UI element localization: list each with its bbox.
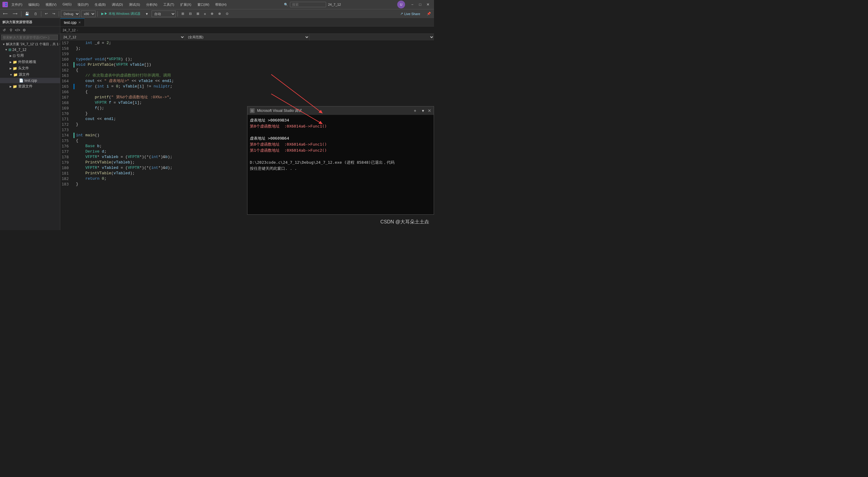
run-icon: ▶ [101, 12, 104, 16]
src-icon: 📁 [13, 73, 18, 77]
title-bar-right: U − □ ✕ [397, 1, 432, 8]
menu-build[interactable]: 生成(B) [93, 2, 107, 7]
code-line-157: 157 int _d = 2; [60, 40, 434, 46]
start-debug-btn[interactable]: ▶ ▶ 本地 Windows 调试器 [99, 10, 142, 17]
live-share-icon: ↗ [400, 12, 403, 16]
svg-marker-0 [4, 3, 5, 6]
watermark: CSDN @大耳朵土土垚 [380, 219, 429, 225]
solution-explorer-header: 解决方案资源管理器 [0, 18, 60, 27]
scope-dropdown-extra[interactable] [310, 34, 434, 40]
console-close-btn[interactable]: ✕ [428, 108, 431, 113]
console-title-label: Microsoft Visual Studio 调试 [257, 108, 302, 113]
menu-window[interactable]: 窗口(W) [196, 2, 211, 7]
svg-rect-1 [5, 3, 7, 4]
tree-item-external-deps[interactable]: ▶ 📁 外部依赖项 [0, 59, 60, 65]
tab-testcpp[interactable]: test.cpp ✕ [60, 19, 85, 26]
auto-dropdown[interactable]: 自动 [152, 10, 176, 17]
res-icon: 📁 [13, 84, 17, 89]
menu-extensions[interactable]: 扩展(X) [179, 2, 193, 7]
window-controls[interactable]: − □ ✕ [409, 1, 432, 7]
menu-file[interactable]: 文件(F) [10, 2, 24, 7]
sidebar-toolbar: ↺ ⚲ </> ⚙ [0, 27, 60, 34]
console-new-tab-btn[interactable]: + [412, 108, 418, 114]
global-search-input[interactable] [290, 2, 326, 7]
console-controls[interactable]: + ▾ ✕ [412, 108, 431, 114]
editor-area: test.cpp ✕ 24_7_12 › 24_7_12 (全局范围) 157 [60, 18, 434, 230]
toolbar-icon1[interactable]: ⊞ [180, 10, 186, 17]
main-area: 解决方案资源管理器 ↺ ⚲ </> ⚙ ▼ 解决方案 '24_7_12' (1 … [0, 18, 434, 230]
menu-project[interactable]: 项目(P) [76, 2, 90, 7]
close-button[interactable]: ✕ [424, 1, 432, 7]
sidebar-filter-btn[interactable]: ⚲ [8, 27, 14, 33]
tree-item-references[interactable]: ▶ ⊡ 引用 [0, 53, 60, 59]
toolbar-icon4[interactable]: ≡ [202, 10, 208, 17]
toolbar-pin-btn[interactable]: 📌 [425, 10, 433, 17]
menu-analyze[interactable]: 分析(N) [145, 2, 158, 7]
console-line-2: 第0个虚函数地址 :0X6014a6->Func1() [250, 123, 431, 129]
console-line-8: D:\2023code.c\24_7_12\Debug\24_7_12.exe … [250, 159, 431, 166]
ext-expand-icon: ▶ [10, 61, 12, 64]
platform-dropdown[interactable]: x86 [81, 10, 96, 17]
toolbar-sep1 [21, 11, 22, 17]
tree-item-project[interactable]: ▼ ⊞ 24_7_12 [0, 47, 60, 53]
res-expand-icon: ▶ [10, 85, 12, 88]
ext-icon: 📁 [13, 60, 17, 64]
toolbar-sep4 [97, 11, 98, 17]
tree-item-solution[interactable]: ▼ 解决方案 '24_7_12' (1 个项目，共 1 个 [0, 41, 60, 47]
live-share-button[interactable]: ↗ Live Share [398, 11, 423, 16]
live-share-label: Live Share [404, 12, 420, 16]
console-line-4: 虚表地址 >00609B64 [250, 136, 431, 141]
minimize-button[interactable]: − [409, 1, 416, 7]
toolbar-sep2 [41, 11, 41, 17]
tree-item-testcpp[interactable]: 📄 test.cpp [0, 78, 60, 83]
sources-label: 源文件 [19, 72, 30, 77]
console-window-icon: ⊡ [250, 108, 255, 113]
toolbar-sep5 [178, 11, 178, 17]
build-config-dropdown[interactable]: Debug [61, 10, 80, 17]
sidebar-sync-btn[interactable]: ↺ [1, 27, 7, 33]
menu-git[interactable]: Git(G) [61, 2, 73, 7]
menu-debug[interactable]: 调试(D) [111, 2, 124, 7]
toolbar-undo-btn[interactable]: ↩ [43, 10, 50, 17]
hdr-expand-icon: ▶ [10, 67, 12, 70]
console-dropdown-btn[interactable]: ▾ [420, 108, 426, 114]
code-line-158: 158 }; [60, 46, 434, 51]
sidebar-code-btn[interactable]: </> [14, 27, 21, 33]
menu-tools[interactable]: 工具(T) [162, 2, 176, 7]
restore-button[interactable]: □ [416, 1, 424, 7]
toolbar-icon5[interactable]: ⊕ [209, 10, 215, 17]
toolbar-more-btn[interactable]: ▼ [144, 10, 150, 17]
project-label: 24_7_12 [12, 48, 27, 52]
toolbar-icon3[interactable]: ⊠ [195, 10, 201, 17]
toolbar-back-btn[interactable]: ⟵ [1, 10, 10, 17]
tree-item-headers[interactable]: ▶ 📁 头文件 [0, 65, 60, 71]
sidebar-prop-btn[interactable]: ⚙ [21, 27, 27, 33]
menu-test[interactable]: 测试(S) [128, 2, 141, 7]
menu-edit[interactable]: 编辑(E) [27, 2, 41, 7]
user-avatar[interactable]: U [397, 1, 405, 8]
toolbar-forward-btn[interactable]: ⟶ [11, 10, 19, 17]
console-output: 虚表地址 >00609B34 第0个虚函数地址 :0X6014a6->Func1… [247, 115, 434, 214]
tab-close-btn[interactable]: ✕ [79, 21, 81, 24]
project-name-label: 24_7_12 [328, 3, 341, 6]
code-line-164: 164 cout << " 虚表地址>" << vTable << endl; [60, 79, 434, 84]
menu-bar[interactable]: 文件(F) 编辑(E) 视图(V) Git(G) 项目(P) 生成(B) 调试(… [10, 2, 228, 7]
tree-item-sources[interactable]: ▼ 📁 源文件 [0, 71, 60, 78]
toolbar-save-btn[interactable]: 💾 [23, 10, 31, 17]
tree-item-resources[interactable]: ▶ 📁 资源文件 [0, 83, 60, 90]
scope-dropdown-right[interactable]: (全局范围) [185, 34, 310, 40]
run-label: ▶ 本地 Windows 调试器 [104, 11, 141, 16]
menu-view[interactable]: 视图(V) [44, 2, 58, 7]
sidebar-search-input[interactable] [1, 35, 58, 40]
toolbar-redo-btn[interactable]: ↪ [51, 10, 57, 17]
toolbar-save-all-btn[interactable]: 🗒 [32, 10, 39, 17]
console-line-3 [250, 129, 431, 136]
code-editor[interactable]: 157 int _d = 2; 158 }; 159 160 typedef [60, 40, 434, 230]
scope-dropdown-left[interactable]: 24_7_12 [60, 34, 185, 40]
toolbar-icon7[interactable]: ⊙ [224, 10, 230, 17]
toolbar-icon6[interactable]: ⊗ [216, 10, 223, 17]
toolbar-icon2[interactable]: ⊟ [187, 10, 193, 17]
menu-help[interactable]: 帮助(H) [214, 2, 227, 7]
headers-label: 头文件 [18, 66, 29, 71]
project-expand-icon: ▼ [5, 48, 7, 51]
